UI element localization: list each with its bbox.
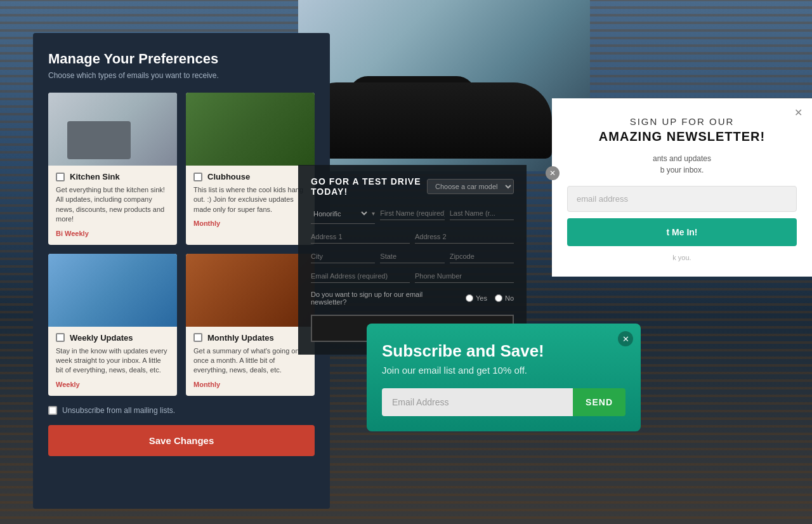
monthly-title: Monthly Updates xyxy=(207,333,274,343)
first-name-field xyxy=(380,206,444,224)
honorific-field: Honorific Mr. Ms. Dr. ▾ xyxy=(311,206,375,224)
newsletter-body-text: ants and updatesb your inbox. xyxy=(567,153,797,176)
clubhouse-image xyxy=(186,93,315,166)
unsubscribe-row: Unsubscribe from all mailing lists. xyxy=(48,406,315,415)
last-name-field xyxy=(450,206,514,224)
radio-yes-input[interactable] xyxy=(466,294,473,302)
monthly-desc: Get a summary of what's going on, once a… xyxy=(193,346,307,376)
kitchen-sink-header: Kitchen Sink xyxy=(56,172,169,181)
monthly-header: Monthly Updates xyxy=(193,333,307,343)
newsletter-title-main: AMAZING NEWSLETTER! xyxy=(567,129,797,144)
state-input[interactable] xyxy=(380,249,444,263)
subscribe-send-button[interactable]: SEND xyxy=(573,388,625,416)
car-model-select[interactable]: Choose a car model xyxy=(427,179,514,194)
zipcode-field xyxy=(450,249,514,263)
form-row-city-state-zip xyxy=(311,249,514,263)
form-row-email-phone xyxy=(311,268,514,283)
subscribe-email-input[interactable] xyxy=(382,388,573,416)
newsletter-email-input[interactable] xyxy=(567,186,797,212)
newsletter-radio-group: Yes No xyxy=(466,294,514,302)
monthly-checkbox[interactable] xyxy=(193,333,202,342)
newsletter-question-row: Do you want to sign up for our email new… xyxy=(311,291,514,306)
weekly-desc: Stay in the know with updates every week… xyxy=(56,346,169,376)
testdrive-title: GO FOR A TEST DRIVE TODAY! xyxy=(311,176,427,197)
kitchen-sink-checkbox[interactable] xyxy=(56,173,65,181)
subscribe-input-row: SEND xyxy=(382,388,625,416)
radio-no-text: No xyxy=(505,294,514,302)
newsletter-close-button[interactable]: ✕ xyxy=(792,106,804,119)
kitchen-sink-frequency: Bi Weekly xyxy=(56,230,169,237)
clubhouse-desc: This list is where the cool kids hang ou… xyxy=(193,185,307,214)
clubhouse-header: Clubhouse xyxy=(193,172,307,181)
address1-field xyxy=(311,229,410,244)
radio-yes-text: Yes xyxy=(476,294,487,302)
newsletter-question-label: Do you want to sign up for our email new… xyxy=(311,291,459,306)
pref-card-clubhouse: Clubhouse This list is where the cool ki… xyxy=(186,93,315,245)
pref-card-kitchen-sink: Kitchen Sink Get everything but the kitc… xyxy=(48,93,177,245)
city-input[interactable] xyxy=(311,249,375,263)
form-row-address xyxy=(311,229,514,244)
subscribe-popup: ✕ Subscribe and Save! Join our email lis… xyxy=(367,324,641,431)
subscribe-close-button[interactable]: ✕ xyxy=(618,331,633,346)
testdrive-header: GO FOR A TEST DRIVE TODAY! Choose a car … xyxy=(311,176,514,197)
address2-input[interactable] xyxy=(415,229,514,244)
kitchen-sink-title: Kitchen Sink xyxy=(70,172,120,181)
close-car-ad-button[interactable]: ✕ xyxy=(546,166,560,180)
monthly-frequency: Monthly xyxy=(193,381,307,388)
pref-card-monthly: Monthly Updates Get a summary of what's … xyxy=(186,254,315,396)
weekly-checkbox[interactable] xyxy=(56,333,65,342)
form-row-name: Honorific Mr. Ms. Dr. ▾ xyxy=(311,206,514,224)
pref-card-weekly: Weekly Updates Stay in the know with upd… xyxy=(48,254,177,396)
preferences-title: Manage Your Preferences xyxy=(48,51,315,67)
weekly-card-body: Weekly Updates Stay in the know with upd… xyxy=(48,327,177,396)
save-changes-button[interactable]: Save Changes xyxy=(48,425,315,456)
newsletter-title-top: SIGN UP FOR OUR xyxy=(567,116,797,127)
email-field xyxy=(311,268,410,283)
newsletter-panel: ✕ SIGN UP FOR OUR AMAZING NEWSLETTER! an… xyxy=(552,98,812,277)
monthly-image xyxy=(186,254,315,327)
kitchen-sink-image xyxy=(48,93,177,166)
phone-field xyxy=(415,268,514,283)
address2-field xyxy=(415,229,514,244)
radio-no-input[interactable] xyxy=(495,294,502,302)
radio-no-label[interactable]: No xyxy=(495,294,514,302)
preferences-subtitle: Choose which types of emails you want to… xyxy=(48,71,315,80)
honorific-chevron-icon: ▾ xyxy=(372,210,375,217)
clubhouse-frequency: Monthly xyxy=(193,219,307,227)
clubhouse-card-body: Clubhouse This list is where the cool ki… xyxy=(186,166,315,235)
clubhouse-checkbox[interactable] xyxy=(193,173,202,181)
state-field xyxy=(380,249,444,263)
car-shape xyxy=(311,82,552,159)
subscribe-title: Subscribe and Save! xyxy=(382,341,625,361)
last-name-input[interactable] xyxy=(450,206,514,220)
zipcode-input[interactable] xyxy=(450,249,514,263)
radio-yes-label[interactable]: Yes xyxy=(466,294,487,302)
ferris-wheel-image xyxy=(48,254,177,327)
phone-input[interactable] xyxy=(415,268,514,283)
newsletter-footer-text: k you. xyxy=(567,254,797,261)
email-input[interactable] xyxy=(311,268,410,283)
kitchen-sink-card-body: Kitchen Sink Get everything but the kitc… xyxy=(48,166,177,245)
address1-input[interactable] xyxy=(311,229,410,244)
weekly-title: Weekly Updates xyxy=(70,333,133,343)
monthly-card-body: Monthly Updates Get a summary of what's … xyxy=(186,327,315,396)
kitchen-sink-desc: Get everything but the kitchen sink! All… xyxy=(56,185,169,225)
weekly-header: Weekly Updates xyxy=(56,333,169,343)
car-background xyxy=(298,0,590,171)
first-name-input[interactable] xyxy=(380,206,444,220)
weekly-frequency: Weekly xyxy=(56,381,169,388)
clubhouse-title: Clubhouse xyxy=(207,172,250,181)
city-field xyxy=(311,249,375,263)
preferences-panel: Manage Your Preferences Choose which typ… xyxy=(33,33,330,509)
honorific-select[interactable]: Honorific Mr. Ms. Dr. xyxy=(311,206,369,221)
subscribe-subtitle: Join our email list and get 10% off. xyxy=(382,365,625,376)
newsletter-submit-button[interactable]: t Me In! xyxy=(567,218,797,246)
unsubscribe-label: Unsubscribe from all mailing lists. xyxy=(62,406,175,415)
preferences-grid: Kitchen Sink Get everything but the kitc… xyxy=(48,93,315,396)
unsubscribe-checkbox[interactable] xyxy=(48,406,57,415)
